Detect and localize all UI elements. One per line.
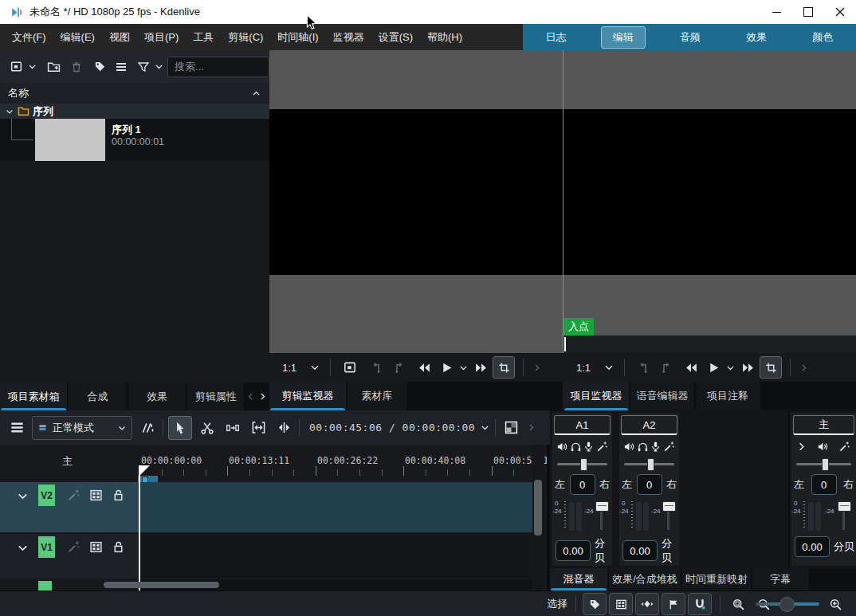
timecode-dropdown-icon[interactable] xyxy=(480,422,490,433)
workspace-tab-logging[interactable]: 日志 xyxy=(535,27,578,48)
track-badge-v1[interactable]: V1 xyxy=(38,536,55,558)
markers-toggle-button[interactable] xyxy=(662,593,685,615)
pan-value-box[interactable]: 0 xyxy=(570,474,595,495)
menu-timeline[interactable]: 时间轴(I) xyxy=(270,30,325,45)
balance-slider[interactable] xyxy=(624,457,674,470)
timeline-vscroll-thumb[interactable] xyxy=(534,480,542,536)
pan-value-box[interactable]: 0 xyxy=(637,474,662,495)
rewind-button[interactable] xyxy=(681,357,701,378)
tab-mixer[interactable]: 混音器 xyxy=(550,568,607,590)
fader-handle[interactable] xyxy=(838,501,851,512)
selection-tool-button[interactable] xyxy=(168,416,192,440)
zone-out-button[interactable] xyxy=(655,358,674,377)
keyframes-toggle-button[interactable] xyxy=(635,593,659,615)
menu-project[interactable]: 项目(P) xyxy=(137,30,186,45)
chevron-down-icon[interactable] xyxy=(603,362,615,373)
fader-handle[interactable] xyxy=(595,501,609,512)
filter-button[interactable] xyxy=(137,57,151,77)
seekbar-playhead[interactable] xyxy=(564,337,566,351)
collapse-track-icon[interactable] xyxy=(16,489,29,503)
channel-effects-wand-icon[interactable] xyxy=(596,441,608,453)
timeline-zoom-slider[interactable] xyxy=(756,602,819,606)
close-button[interactable] xyxy=(824,1,856,23)
show-video-icon[interactable] xyxy=(89,540,103,554)
balance-slider[interactable] xyxy=(796,457,851,470)
collapse-track-icon[interactable] xyxy=(16,541,29,555)
balance-handle[interactable] xyxy=(580,458,587,471)
loop-zone-button[interactable] xyxy=(493,356,515,379)
balance-handle[interactable] xyxy=(647,458,654,471)
timeline-menu-button[interactable] xyxy=(6,418,27,438)
timeline-zone-bar[interactable] xyxy=(138,476,158,482)
bin-options-button[interactable] xyxy=(114,57,129,77)
tab-time-remap[interactable]: 时间重新映射 xyxy=(682,568,751,590)
tab-scroll-left-icon[interactable] xyxy=(245,391,256,402)
zoom-slider-handle[interactable] xyxy=(779,597,795,612)
snap-toggle-button[interactable] xyxy=(688,593,712,615)
menu-file[interactable]: 文件(F) xyxy=(5,30,53,45)
bin-name-header[interactable]: 名称 xyxy=(0,83,269,104)
project-monitor-zoom-level[interactable]: 1:1 xyxy=(576,362,591,374)
edit-mode-select[interactable]: 正常模式 xyxy=(32,416,132,440)
clip-thumbnail[interactable] xyxy=(35,119,105,161)
menu-tools[interactable]: 工具 xyxy=(186,30,221,45)
maximize-button[interactable] xyxy=(792,1,824,23)
play-button[interactable] xyxy=(436,357,457,378)
create-folder-button[interactable] xyxy=(46,57,61,77)
track-header-v2[interactable]: V2 xyxy=(0,482,139,532)
play-dropdown-icon[interactable] xyxy=(458,363,469,373)
show-video-icon[interactable] xyxy=(89,488,103,502)
zone-in-button[interactable] xyxy=(367,358,387,377)
track-content-v1[interactable] xyxy=(139,534,532,578)
channel-effects-wand-icon[interactable] xyxy=(663,441,675,453)
forward-button[interactable] xyxy=(470,357,491,378)
tab-clip-monitor[interactable]: 剪辑监视器 xyxy=(269,382,346,410)
toolbar-overflow-icon[interactable] xyxy=(532,363,542,373)
timeline-hscroll-thumb[interactable] xyxy=(104,582,219,588)
bin-item-row[interactable]: 序列 1 00:00:00:01 xyxy=(0,119,269,161)
track-content-v2[interactable] xyxy=(139,482,532,532)
timeline-master-label[interactable]: 主 xyxy=(62,454,73,469)
menu-monitor[interactable]: 监视器 xyxy=(326,30,371,45)
timeline-timecode[interactable]: 00:00:45:06 / 00:00:00:00 xyxy=(309,422,475,434)
lock-track-icon[interactable] xyxy=(112,540,125,554)
spacer-tool-button[interactable] xyxy=(222,418,243,438)
record-mic-icon[interactable] xyxy=(583,441,595,453)
mute-speaker-icon[interactable] xyxy=(817,441,829,453)
add-clip-button[interactable] xyxy=(10,57,23,77)
db-value-box[interactable]: 0.00 xyxy=(622,540,658,561)
collapse-mixer-icon[interactable] xyxy=(795,441,807,453)
track-header-v1[interactable]: V1 xyxy=(0,534,139,578)
zone-out-button[interactable] xyxy=(388,358,407,377)
tab-scroll-right-icon[interactable] xyxy=(257,391,268,402)
tab-compositions[interactable]: 合成 xyxy=(69,383,127,410)
balance-handle[interactable] xyxy=(822,458,829,471)
tab-effect-stack[interactable]: 效果/合成堆栈 xyxy=(609,568,681,590)
timeline-ruler[interactable]: 00:00:00:00 00:00:13:11 00:00:26:22 00:0… xyxy=(139,445,532,482)
zoom-in-button[interactable] xyxy=(826,594,845,614)
playhead-line[interactable] xyxy=(139,465,140,590)
forward-button[interactable] xyxy=(737,357,758,378)
toolbar-overflow-icon[interactable] xyxy=(799,363,809,373)
monitor-headphones-icon[interactable] xyxy=(570,441,582,453)
mute-speaker-icon[interactable] xyxy=(556,441,568,453)
delete-button[interactable] xyxy=(69,57,84,77)
tab-project-notes[interactable]: 项目注释 xyxy=(696,382,760,410)
channel-title[interactable]: A2 xyxy=(621,415,677,435)
tags-button[interactable] xyxy=(92,57,108,77)
tab-effects[interactable]: 效果 xyxy=(128,383,187,410)
tag-toggle-button[interactable] xyxy=(583,593,607,615)
minimize-button[interactable] xyxy=(760,1,792,23)
monitor-overlay-button[interactable] xyxy=(340,358,359,377)
tab-subtitles[interactable]: 字幕 xyxy=(752,568,808,590)
track-effects-icon[interactable] xyxy=(67,540,80,554)
tab-project-monitor[interactable]: 项目监视器 xyxy=(563,382,629,410)
filter-dropdown[interactable] xyxy=(154,57,164,77)
monitor-headphones-icon[interactable] xyxy=(637,441,649,453)
workspace-tab-effects[interactable]: 效果 xyxy=(735,27,778,48)
loop-zone-button[interactable] xyxy=(760,356,782,379)
chevron-down-icon[interactable] xyxy=(309,362,320,373)
thumbnails-toggle-button[interactable] xyxy=(609,593,633,615)
add-clip-dropdown[interactable] xyxy=(26,57,37,77)
db-value-box[interactable]: 0.00 xyxy=(556,540,591,561)
